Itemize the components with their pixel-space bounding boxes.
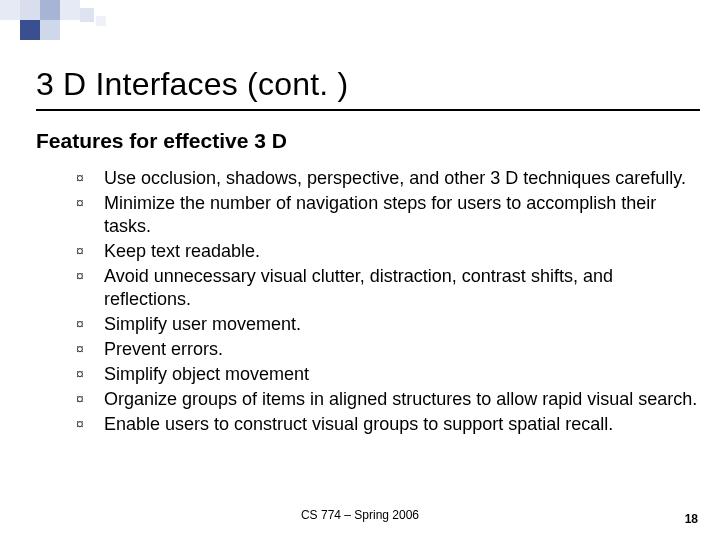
bullet-icon: ¤ bbox=[76, 413, 104, 434]
list-item: ¤ Prevent errors. bbox=[76, 338, 700, 361]
list-item-text: Simplify object movement bbox=[104, 363, 700, 386]
list-item: ¤ Enable users to construct visual group… bbox=[76, 413, 700, 436]
corner-decoration bbox=[0, 0, 120, 45]
bullet-icon: ¤ bbox=[76, 313, 104, 334]
list-item-text: Minimize the number of navigation steps … bbox=[104, 192, 700, 238]
bullet-icon: ¤ bbox=[76, 338, 104, 359]
list-item: ¤ Avoid unnecessary visual clutter, dist… bbox=[76, 265, 700, 311]
list-item-text: Keep text readable. bbox=[104, 240, 700, 263]
list-item: ¤ Use occlusion, shadows, perspective, a… bbox=[76, 167, 700, 190]
list-item: ¤ Simplify object movement bbox=[76, 363, 700, 386]
bullet-icon: ¤ bbox=[76, 167, 104, 188]
bullet-icon: ¤ bbox=[76, 363, 104, 384]
list-item: ¤ Organize groups of items in aligned st… bbox=[76, 388, 700, 411]
slide-content: 3 D Interfaces (cont. ) Features for eff… bbox=[36, 66, 700, 438]
bullet-icon: ¤ bbox=[76, 192, 104, 213]
footer-page-number: 18 bbox=[685, 512, 698, 526]
list-item: ¤ Keep text readable. bbox=[76, 240, 700, 263]
list-item: ¤ Minimize the number of navigation step… bbox=[76, 192, 700, 238]
slide-title: 3 D Interfaces (cont. ) bbox=[36, 66, 700, 111]
list-item-text: Organize groups of items in aligned stru… bbox=[104, 388, 700, 411]
list-item-text: Avoid unnecessary visual clutter, distra… bbox=[104, 265, 700, 311]
list-item-text: Prevent errors. bbox=[104, 338, 700, 361]
bullet-icon: ¤ bbox=[76, 388, 104, 409]
list-item-text: Enable users to construct visual groups … bbox=[104, 413, 700, 436]
bullet-list: ¤ Use occlusion, shadows, perspective, a… bbox=[76, 167, 700, 436]
slide-footer: CS 774 – Spring 2006 18 bbox=[0, 508, 720, 526]
slide-subhead: Features for effective 3 D bbox=[36, 129, 700, 153]
list-item: ¤ Simplify user movement. bbox=[76, 313, 700, 336]
footer-course: CS 774 – Spring 2006 bbox=[0, 508, 720, 522]
list-item-text: Use occlusion, shadows, perspective, and… bbox=[104, 167, 700, 190]
bullet-icon: ¤ bbox=[76, 265, 104, 286]
bullet-icon: ¤ bbox=[76, 240, 104, 261]
list-item-text: Simplify user movement. bbox=[104, 313, 700, 336]
